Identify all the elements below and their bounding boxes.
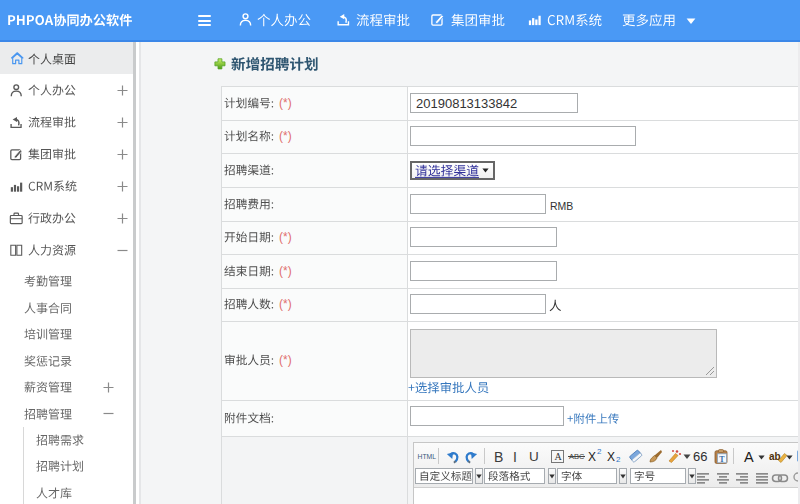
svg-text:T: T <box>719 454 725 463</box>
